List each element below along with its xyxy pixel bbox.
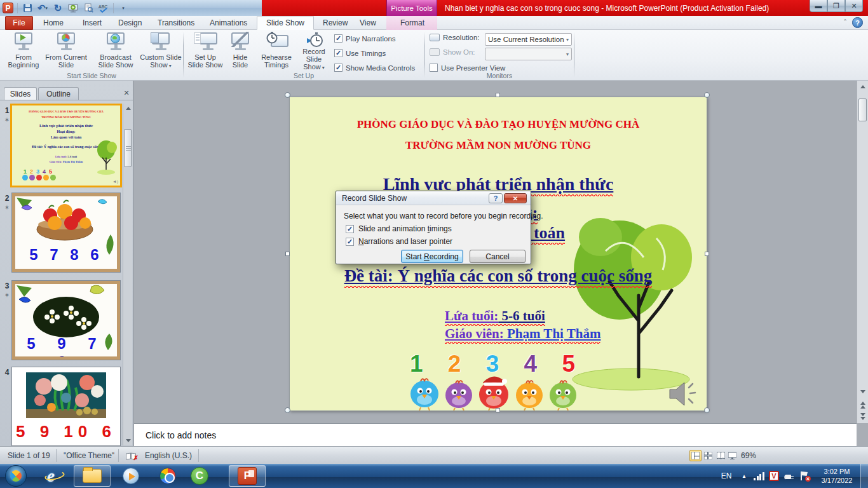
selection-handle-bottom-center[interactable] [496,408,500,412]
cancel-button[interactable]: Cancel [470,250,526,263]
tab-view[interactable]: View [353,16,383,30]
customize-quick-access-icon[interactable]: ▾ [118,3,129,14]
tab-animations[interactable]: Animations [203,16,254,30]
close-panel-icon[interactable]: ✕ [122,88,131,97]
selection-handle-bottom-left[interactable] [285,407,290,413]
show-hidden-icons-icon[interactable]: ▲ [738,464,750,488]
selection-handle-middle-right[interactable] [705,252,709,256]
dialog-close-icon[interactable]: ✕ [504,193,527,203]
powerpoint-logo-icon[interactable]: P [3,3,13,13]
panel-scrollbar[interactable] [123,104,132,445]
scroll-down-icon[interactable] [123,436,133,445]
spelling-icon[interactable]: ABC [98,3,109,14]
tab-slides[interactable]: Slides [4,87,37,100]
powerpoint-taskbar-icon[interactable]: P [229,465,266,487]
start-button[interactable] [5,465,27,487]
unikey-icon[interactable]: V [769,464,779,488]
repeat-icon[interactable]: ↻ [52,3,64,14]
hide-slide-button[interactable]: Hide Slide [225,31,255,72]
coc-coc-icon[interactable]: C [187,465,212,487]
scroll-up-icon[interactable] [123,104,133,113]
selection-handle-top-center[interactable] [496,93,500,97]
action-center-flag-icon[interactable]: ✕ [799,464,810,488]
help-icon[interactable]: ? [852,17,863,28]
slide-show-view-icon[interactable] [726,450,738,461]
use-presenter-view-checkbox[interactable]: ✓ Use Presenter View [430,64,505,72]
slide-header-line2[interactable]: TRƯỜNG MẦM NON MƯỜNG TÙNG [289,139,707,152]
main-scrollbar[interactable] [857,81,868,423]
tab-outline[interactable]: Outline [38,87,79,100]
tab-file[interactable]: File [5,16,33,30]
minimize-ribbon-icon[interactable]: ⌃ [840,18,850,27]
narrations-and-laser-pointer-checkbox[interactable]: ✓ Narrations and laser pointer [346,237,452,246]
previous-slide-button[interactable] [857,400,868,410]
slide-age-line[interactable]: Lứa tuổi: 5-6 tuổi [445,308,545,324]
media-player-icon[interactable] [118,465,144,487]
normal-view-icon[interactable] [689,450,702,461]
tab-insert[interactable]: Insert [76,16,108,30]
selection-handle-top-right[interactable] [704,92,710,98]
minimize-button[interactable]: ▬ [810,0,827,12]
slide-sorter-icon[interactable] [702,450,714,461]
zoom-level[interactable]: 69% [741,451,756,460]
record-slide-show-button[interactable]: Record Slide Show [295,31,333,72]
tab-home[interactable]: Home [37,16,70,30]
save-icon[interactable] [22,3,33,14]
dialog-help-icon[interactable]: ? [489,193,503,203]
reading-view-icon[interactable] [715,450,727,461]
main-scrollbar-thumb[interactable] [858,98,867,121]
tab-review[interactable]: Review [316,16,354,30]
play-narrations-checkbox[interactable]: ✓ Play Narrations [334,34,396,43]
from-current-slide-button[interactable]: From Current Slide [42,31,90,72]
resolution-dropdown[interactable]: Use Current Resolution▾ [485,33,572,46]
slide-thumbnail-1[interactable]: PHÒNG GIÁO DỤC VÀ ĐÀO TẠO HUYỆN MƯỜNG CH… [11,105,121,186]
custom-slide-show-button[interactable]: Custom Slide Show [140,31,182,72]
tab-slide-show[interactable]: Slide Show [257,16,314,30]
notes-pane[interactable]: Click to add notes [134,423,857,446]
tab-format[interactable]: Format [390,16,435,30]
windows-explorer-icon[interactable] [74,465,111,487]
slide-show-icon[interactable] [67,3,79,14]
power-icon[interactable] [784,464,794,488]
slide-counter[interactable]: Slide 1 of 19 [8,451,50,460]
print-preview-icon[interactable] [83,3,94,14]
tab-transitions[interactable]: Transitions [151,16,201,30]
restore-button[interactable]: ❐ [827,0,845,12]
show-desktop-button[interactable] [860,464,868,488]
set-up-slide-show-button[interactable]: Set Up Slide Show [187,31,224,72]
chrome-icon[interactable] [155,465,180,487]
tab-design[interactable]: Design [112,16,148,30]
undo-icon[interactable]: ↶▾ [37,3,48,14]
selection-handle-middle-left[interactable] [285,252,290,256]
language-bar[interactable]: EN [717,464,736,488]
clock[interactable]: 3:02 PM 3/17/2022 [817,464,857,488]
show-media-controls-checkbox[interactable]: ✓ Show Media Controls [334,64,415,72]
selection-handle-top-left[interactable] [285,92,290,98]
slide-thumbnail-2[interactable]: 5 7 8 6 [11,193,121,273]
slide-thumbnail-4[interactable]: 5 9 10 6 [11,367,121,446]
language-indicator[interactable]: English (U.S.) [145,451,192,460]
selection-handle-bottom-right[interactable] [704,407,710,413]
network-icon[interactable] [754,464,764,488]
slide-and-animation-timings-checkbox[interactable]: ✓ Slide and animation timings [346,224,452,233]
slide-thumbnail-3[interactable]: 5 9 7 6 [11,280,121,360]
speaker-icon[interactable] [668,380,700,408]
theme-name[interactable]: "Office Theme" [64,451,114,460]
next-slide-button[interactable] [857,411,868,421]
notes-placeholder[interactable]: Click to add notes [146,430,216,440]
scroll-down-icon[interactable] [858,387,867,396]
rehearse-timings-button[interactable]: Rehearse Timings [258,31,295,72]
panel-scrollbar-thumb[interactable] [124,129,132,167]
birds-image[interactable] [407,374,578,410]
start-recording-button[interactable]: Start Recording [401,250,463,263]
scroll-up-icon[interactable] [858,82,867,92]
slide-header-line1[interactable]: PHÒNG GIÁO DỤC VÀ ĐÀO TẠO HUYỆN MƯỜNG CH… [289,118,707,131]
slide-topic-line[interactable]: Đề tài: Ý nghĩa các con số trong cuộc số… [289,266,707,286]
slide-teacher-line[interactable]: Giáo viên: Phạm Thị Thắm [445,326,600,342]
broadcast-slide-show-button[interactable]: Broadcast Slide Show [93,31,139,72]
use-timings-checkbox[interactable]: ✓ Use Timings [334,49,386,57]
internet-explorer-icon[interactable]: e [38,465,64,487]
spell-check-icon[interactable]: ✗ [126,452,137,460]
close-button[interactable]: ✕ [845,0,863,12]
from-beginning-button[interactable]: From Beginning [5,31,42,72]
